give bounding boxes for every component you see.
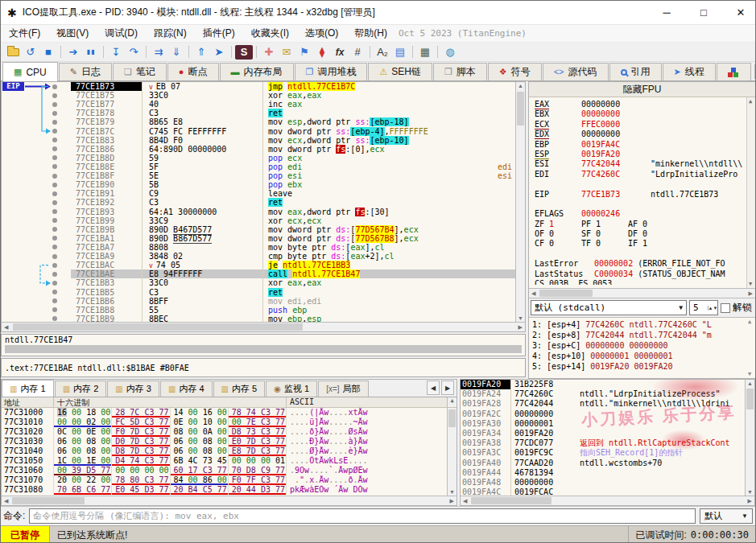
- tab-threads[interactable]: ➤线程: [663, 63, 716, 80]
- tab-source[interactable]: <>源代码: [543, 63, 609, 80]
- flag-af[interactable]: AF 0: [628, 220, 675, 229]
- breakpoint-dot-icon[interactable]: [52, 281, 57, 286]
- label-button[interactable]: ⚑: [295, 44, 313, 60]
- registers-horizontal-scrollbar[interactable]: ◀ ▶: [529, 288, 755, 298]
- breakpoint-dot-icon[interactable]: [52, 307, 57, 312]
- tab-notes[interactable]: ❏笔记: [113, 63, 167, 80]
- breakpoint-gutter[interactable]: [2, 288, 71, 297]
- execute-till-return-button[interactable]: ⇉: [150, 44, 167, 60]
- scroll-down-icon[interactable]: ▼: [749, 281, 752, 287]
- command-input[interactable]: [29, 508, 696, 524]
- breakpoint-dot-icon[interactable]: [52, 218, 57, 223]
- breakpoint-dot-icon[interactable]: [52, 155, 57, 160]
- register-value[interactable]: C0000034: [594, 269, 638, 279]
- breakpoint-dot-icon[interactable]: [52, 102, 57, 107]
- stack-row[interactable]: 0019FA340019FA20: [461, 429, 754, 438]
- column-header-ascii[interactable]: ASCII: [286, 397, 447, 407]
- calling-convention-dropdown[interactable]: 默认 (stdcall) ▼: [531, 300, 687, 315]
- breakpoint-dot-icon[interactable]: [52, 164, 57, 169]
- register-value[interactable]: 00000000: [581, 109, 651, 119]
- scroll-down-icon[interactable]: ▼: [449, 489, 455, 495]
- stack-row[interactable]: 0019FA4C0019FCAC: [461, 487, 754, 496]
- stack-row[interactable]: 0019FA2877C42044ntdll."minkernel\\ntdll\…: [461, 399, 754, 409]
- disasm-row[interactable]: 77CE1B91C9leave: [2, 189, 515, 198]
- step-over-button[interactable]: ↷: [125, 44, 143, 60]
- flag-cf[interactable]: CF 0: [535, 239, 581, 249]
- breakpoint-gutter[interactable]: [2, 109, 71, 117]
- breakpoint-gutter[interactable]: [2, 216, 71, 225]
- breakpoint-dot-icon[interactable]: [52, 183, 57, 187]
- scrollbar-thumb[interactable]: [471, 497, 552, 504]
- scroll-up-icon[interactable]: ▲: [748, 319, 751, 325]
- stack-horizontal-scrollbar[interactable]: ◀ ▶: [461, 496, 754, 505]
- scroll-up-icon[interactable]: ▲: [518, 83, 523, 88]
- call-argument-row[interactable]: 1: [esp+4] 77C4260C ntdll.77C4260C "L: [532, 319, 746, 330]
- stack-vertical-scrollbar[interactable]: ▲ ▼: [745, 380, 754, 496]
- dump-row[interactable]: 77C3106000 39 D5 7700 00 00 0060 17 C3 7…: [2, 466, 456, 475]
- breakpoint-gutter[interactable]: [2, 198, 71, 207]
- flag-zf[interactable]: ZF 1: [535, 220, 581, 229]
- disasm-row[interactable]: 77CE1B838B4D F0mov ecx,dword ptr ss:[ebp…: [2, 136, 515, 145]
- breakpoint-dot-icon[interactable]: [52, 174, 57, 179]
- menu-item-1[interactable]: 文件(F): [1, 24, 48, 43]
- tab-script[interactable]: ❒脚本: [433, 63, 487, 80]
- run-to-user-code-button[interactable]: ➤: [210, 44, 228, 60]
- breakpoint-dot-icon[interactable]: [52, 120, 57, 125]
- breakpoint-gutter[interactable]: [2, 243, 71, 252]
- scroll-right-icon[interactable]: ▶: [749, 290, 753, 297]
- breakpoint-gutter[interactable]: [2, 154, 71, 162]
- tab-call-stack[interactable]: ❐调用堆栈: [295, 63, 368, 80]
- breakpoint-dot-icon[interactable]: [52, 129, 57, 134]
- disasm-row[interactable]: 77CE1BA78808mov byte ptr ds:[eax],cl: [2, 243, 515, 252]
- scroll-down-icon[interactable]: ▼: [747, 489, 753, 495]
- dump-tab-watch-1[interactable]: ◉监视 1: [266, 381, 317, 397]
- register-value[interactable]: FFEC0000: [581, 120, 651, 130]
- tab-handles[interactable]: [717, 63, 751, 80]
- flag-tf[interactable]: TF 0: [581, 239, 628, 249]
- breakpoint-gutter[interactable]: [2, 315, 71, 322]
- stack-row[interactable]: 0019FA3000000001: [461, 419, 754, 429]
- disasm-row[interactable]: 77CE1B7533C0xor eax,eax: [2, 91, 515, 100]
- register-value[interactable]: 0019FA20: [581, 150, 651, 159]
- call-argument-row[interactable]: 5: [esp+14] 0019FA20 0019FA20: [532, 361, 746, 372]
- scroll-left-icon[interactable]: ◀: [531, 290, 535, 297]
- disasm-row[interactable]: 77CE1BB68BFFmov edi,edi: [2, 297, 515, 306]
- dump-tab-memory-5[interactable]: ▥内存 5: [213, 381, 266, 397]
- comment-button[interactable]: ✉: [278, 44, 295, 60]
- scrollbar-thumb[interactable]: [539, 290, 593, 297]
- breakpoint-gutter[interactable]: [2, 208, 71, 216]
- disassembly-horizontal-scrollbar[interactable]: ◀ ▶: [2, 322, 525, 331]
- run-button[interactable]: ➔: [64, 44, 82, 60]
- breakpoint-dot-icon[interactable]: [52, 227, 57, 232]
- scroll-right-icon[interactable]: ▶: [518, 324, 523, 331]
- disasm-row[interactable]: 77CE1BA1890D B867D577mov dword ptr ds:[7…: [2, 234, 515, 243]
- dump-tab-memory-3[interactable]: ▥内存 3: [107, 381, 159, 397]
- breakpoint-dot-icon[interactable]: [52, 146, 57, 151]
- restart-button[interactable]: ↺: [22, 44, 39, 60]
- menu-item-7[interactable]: 选项(O): [297, 24, 346, 43]
- disasm-row[interactable]: 77CE1B9364:A1 30000000mov eax,dword ptr …: [2, 208, 515, 216]
- disasm-row[interactable]: 77CE1B9B890D B467D577mov dword ptr ds:[7…: [2, 225, 515, 234]
- scroll-up-icon[interactable]: ▲: [447, 397, 456, 407]
- dump-row[interactable]: 77C310200C 00 0E 00F0 7D C3 7708 00 0A 0…: [2, 427, 456, 437]
- column-header-address[interactable]: 地址: [2, 397, 53, 407]
- breakpoint-dot-icon[interactable]: [52, 263, 57, 268]
- breakpoint-gutter[interactable]: [2, 225, 71, 234]
- tab-symbols[interactable]: ❖符号: [488, 63, 542, 80]
- breakpoint-gutter[interactable]: [2, 261, 71, 269]
- breakpoint-dot-icon[interactable]: [52, 191, 57, 196]
- dump-tab-memory-4[interactable]: ▥内存 4: [160, 381, 213, 397]
- settings-globe-button[interactable]: ◍: [441, 44, 459, 60]
- dump-row[interactable]: 77C3104006 00 08 00D8 7D C3 7706 00 08 0…: [2, 446, 456, 456]
- scroll-down-icon[interactable]: ▼: [518, 315, 523, 321]
- disasm-row[interactable]: 77CE1B73vEB 07jmp ntdll.77CE1B7C: [2, 82, 515, 91]
- minimize-button[interactable]: ─: [660, 6, 673, 19]
- breakpoint-dot-icon[interactable]: [52, 93, 57, 98]
- step-down-button[interactable]: ⇓: [167, 44, 185, 60]
- menu-item-8[interactable]: 帮助(H): [346, 24, 395, 43]
- stack-row[interactable]: 0019FA4077CAAD20ntdll.wcstombs+70: [461, 459, 754, 468]
- scrollbar-thumb[interactable]: [746, 389, 754, 409]
- disasm-row[interactable]: 77CE1B905Bpop ebx: [2, 180, 515, 189]
- disassembly-vertical-scrollbar[interactable]: ▲ ▼: [515, 82, 525, 322]
- disasm-row[interactable]: 77CE1BB333C0xor eax,eax: [2, 278, 515, 287]
